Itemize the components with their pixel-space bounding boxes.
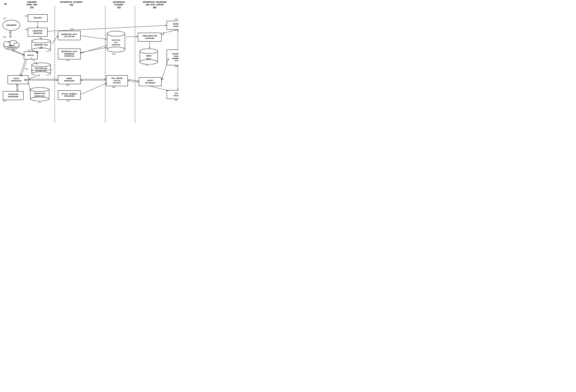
svg-line-54 (81, 36, 107, 39)
svg-text:322: 322 (39, 47, 42, 49)
config-pricing-node: CONFIGURATION/ PRICING DATA (31, 62, 52, 75)
svg-point-22 (107, 31, 125, 36)
svg-text:INVENTORY DATA: INVENTORY DATA (34, 44, 48, 46)
legacy-databases-node: LEGACYDATABASES (139, 77, 162, 86)
ref-338: 338 (25, 28, 28, 31)
svg-line-61 (128, 81, 139, 82)
svg-line-39 (48, 25, 167, 31)
svg-line-59 (81, 83, 107, 95)
svg-point-1 (3, 42, 10, 47)
svg-point-12 (32, 63, 50, 67)
svg-text:DATA: DATA (146, 58, 151, 60)
svg-text:PRICING DATA: PRICING DATA (35, 70, 47, 72)
ref-372: 372 (146, 64, 149, 66)
ref-366: 366 (174, 65, 178, 68)
svg-line-62 (150, 86, 169, 91)
ref-316: 316 (3, 36, 6, 38)
svg-point-18 (30, 97, 49, 101)
svg-text:INTERNET: INTERNET (7, 47, 16, 49)
svg-point-28 (140, 49, 158, 53)
status-request-node: STATUS REQUESTPROCESSOR (58, 90, 81, 100)
svg-point-29 (140, 60, 158, 64)
ref-318: 318 (27, 50, 31, 52)
svg-line-41 (12, 51, 25, 56)
ref-324: 324 (25, 68, 28, 70)
svg-text:BUYER DATA: BUYER DATA (34, 95, 45, 97)
svg-line-55 (81, 46, 107, 53)
divider-mainframe (135, 6, 135, 123)
label-consumer-frontend: CONSUMERFRONT END339 (20, 1, 44, 9)
label-enterprise-extranet: ENTERPRISE EXTRANET340 (59, 1, 83, 6)
config-packager-node: CONFIGURATIONPACKAGER (138, 33, 162, 42)
financing-processor-node: FINANCINGPROCESSOR (3, 91, 24, 100)
sna-server-node: SNA SERVERTCP/IPGATEWAY (106, 75, 128, 86)
inventory-packager-node: INVENTORYPACKAGER (167, 21, 178, 30)
svg-text:WWW/: WWW/ (9, 45, 13, 47)
svg-point-23 (107, 47, 125, 52)
order-data-node: ORDER DATA (139, 49, 159, 64)
consumers-node: CONSUMERS (2, 20, 20, 31)
ref-342: 342 (70, 28, 74, 30)
enterprise-vehicle-node: ENTERPRISEVEHICLEINFORMATIONSYSTEM (167, 50, 178, 65)
divider-intranet (105, 6, 106, 123)
ref-336: 336 (38, 101, 41, 103)
svg-line-56 (81, 48, 107, 52)
svg-point-3 (14, 43, 19, 47)
svg-point-17 (30, 88, 49, 92)
svg-line-60 (128, 79, 139, 81)
ref-356: 356 (112, 86, 115, 88)
svg-text:REPORTING: REPORTING (112, 39, 120, 41)
ref-370: 370 (161, 33, 164, 36)
svg-line-46 (20, 59, 25, 76)
diagram: CONSUMERFRONT END339 ENTERPRISE EXTRANET… (0, 0, 178, 123)
ref-362: 362 (161, 78, 164, 80)
svg-line-65 (163, 30, 178, 33)
svg-point-13 (32, 72, 50, 75)
svg-line-48 (28, 75, 40, 79)
order-processor-node: ORDERPROCESSOR (58, 75, 81, 84)
svg-text:DATA: DATA (114, 42, 118, 43)
label-enterprise-mainframe: ENTERPRISE MAINFRAMEAND DATA CENTER360 (139, 1, 171, 9)
ref-334: 334 (3, 100, 6, 102)
www-internet-cloud: WWW/ INTERNET (2, 37, 20, 51)
inventory-data-node: INVENTORY DATA 322 (31, 39, 52, 52)
divider-extranet (55, 6, 55, 123)
svg-point-7 (32, 39, 50, 43)
svg-text:ORDER: ORDER (146, 55, 151, 57)
svg-text:WAREHOUSE: WAREHOUSE (112, 44, 120, 46)
svg-text:PROSPECTIVE: PROSPECTIVE (34, 93, 45, 95)
ref-310: 310 (3, 3, 7, 5)
inventory-importer-node: INVENTORYIMPORTER (28, 28, 48, 37)
ref-364: 364 (174, 99, 178, 101)
portal-node: PORTAL (24, 52, 38, 59)
ref-368: 368 (174, 18, 178, 20)
ref-352: 352 (66, 84, 69, 86)
svg-text:CONFIGURATION/: CONFIGURATION/ (34, 67, 48, 69)
ref-346: 346 (112, 53, 115, 55)
ref-344: 344 (66, 59, 69, 62)
ref-330: 330 (25, 15, 28, 17)
status-packager-node: STATUSPACKAGER (167, 90, 178, 99)
ref-354: 354 (66, 100, 70, 102)
prospective-buyer-node: PROSPECTIVE BUYER DATA (29, 87, 50, 101)
label-enterprise-intranet: ENTERPRISEINTRANET350 (107, 1, 131, 9)
sales-processor-node: SALES PROCESSOR332 (7, 75, 28, 84)
ref-312: 312 (3, 17, 6, 20)
reporting-data-collector-node: REPORTING DATACOLLECTOR (58, 31, 81, 40)
dealers-node: DEALERS (28, 14, 48, 22)
reporting-dw-node: REPORTING DATA WAREHOUSE (106, 31, 126, 52)
reporting-dw-interface-node: REPORTING DATAWAREHOUSEINTERFACE (58, 49, 81, 59)
